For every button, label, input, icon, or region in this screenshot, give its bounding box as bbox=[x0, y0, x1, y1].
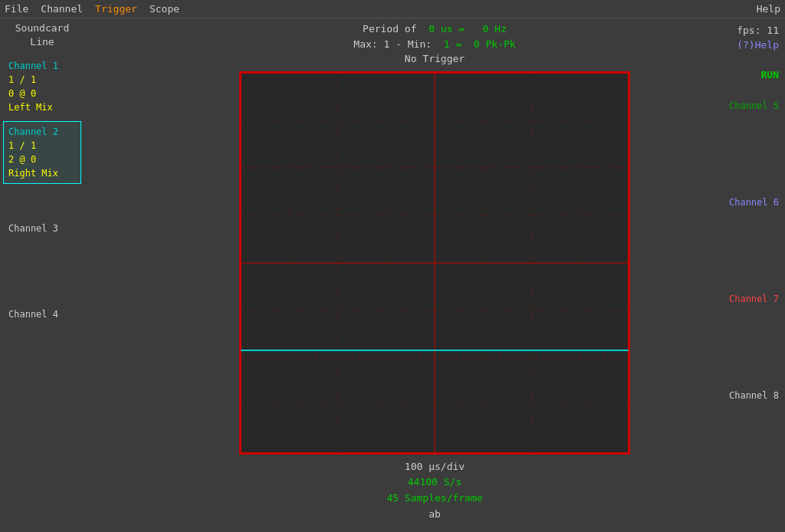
scope-grid bbox=[241, 73, 629, 453]
max-value: 1 = 0 Pk-Pk bbox=[438, 38, 516, 50]
ch1-info2: 0 @ 0 bbox=[8, 87, 76, 100]
menu-channel[interactable]: Channel bbox=[41, 3, 83, 15]
right-sidebar: fps: 11 (?)Help RUN Channel 5 Channel 6 … bbox=[701, 18, 785, 532]
center-area: Period of 0 us = 0 Hz Max: 1 - Min: 1 = … bbox=[84, 18, 785, 532]
menu-trigger[interactable]: Trigger bbox=[95, 3, 137, 15]
ch1-info1: 1 / 1 bbox=[8, 73, 76, 87]
svg-rect-0 bbox=[241, 73, 629, 453]
ch2-info1: 1 / 1 bbox=[8, 139, 76, 153]
max-label: Max: 1 - Min: bbox=[353, 38, 432, 50]
ch2-info2: 2 @ 0 bbox=[8, 153, 76, 166]
left-sidebar: Soundcard Line Channel 1 1 / 1 0 @ 0 Lef… bbox=[0, 18, 84, 532]
period-label: Period of bbox=[363, 23, 416, 34]
channel-3-box[interactable]: Channel 3 bbox=[3, 218, 81, 239]
channel-2-box[interactable]: Channel 2 1 / 1 2 @ 0 Right Mix bbox=[3, 121, 81, 184]
ch2-info3: Right Mix bbox=[8, 166, 76, 180]
ch4-label: Channel 4 bbox=[8, 307, 76, 321]
scope-container bbox=[239, 71, 630, 455]
period-value: 0 us = 0 Hz bbox=[422, 23, 507, 34]
max-row: Max: 1 - Min: 1 = 0 Pk-Pk bbox=[353, 37, 515, 52]
scope-canvas[interactable] bbox=[239, 71, 630, 455]
ch2-label: Channel 2 bbox=[8, 125, 76, 139]
menu-left: File Channel Trigger Scope bbox=[5, 3, 179, 15]
menu-help[interactable]: Help bbox=[757, 3, 780, 15]
menu-file[interactable]: File bbox=[5, 3, 28, 15]
ch1-label: Channel 1 bbox=[8, 59, 76, 73]
top-info: Period of 0 us = 0 Hz Max: 1 - Min: 1 = … bbox=[353, 21, 515, 67]
time-div: 100 µs/div bbox=[386, 459, 482, 475]
ch5-label[interactable]: Channel 5 bbox=[704, 97, 782, 114]
ch3-label: Channel 3 bbox=[8, 222, 76, 235]
menu-scope[interactable]: Scope bbox=[149, 3, 179, 15]
ch8-label[interactable]: Channel 8 bbox=[704, 387, 782, 404]
channel-4-box[interactable]: Channel 4 bbox=[3, 304, 81, 325]
ch7-label[interactable]: Channel 7 bbox=[704, 291, 782, 307]
channel-1-box[interactable]: Channel 1 1 / 1 0 @ 0 Left Mix bbox=[3, 55, 81, 118]
fps-display: fps: 11 bbox=[704, 25, 779, 36]
menubar: File Channel Trigger Scope Help bbox=[0, 0, 785, 18]
ch1-info3: Left Mix bbox=[8, 100, 76, 114]
main-area: Soundcard Line Channel 1 1 / 1 0 @ 0 Lef… bbox=[0, 18, 785, 532]
ab-label: ab bbox=[386, 507, 482, 523]
trigger-status: No Trigger bbox=[405, 53, 465, 64]
period-row: Period of 0 us = 0 Hz bbox=[353, 21, 515, 37]
sample-rate: 44100 S/s bbox=[386, 475, 482, 491]
soundcard-label: Soundcard Line bbox=[3, 21, 81, 49]
trigger-row: No Trigger bbox=[353, 51, 515, 67]
bottom-info: 100 µs/div 44100 S/s 45 Samples/frame ab bbox=[386, 459, 482, 523]
run-button[interactable]: RUN bbox=[761, 69, 779, 80]
help-button[interactable]: (?)Help bbox=[704, 39, 779, 51]
samples-frame: 45 Samples/frame bbox=[386, 491, 482, 507]
ch6-label[interactable]: Channel 6 bbox=[704, 194, 782, 211]
